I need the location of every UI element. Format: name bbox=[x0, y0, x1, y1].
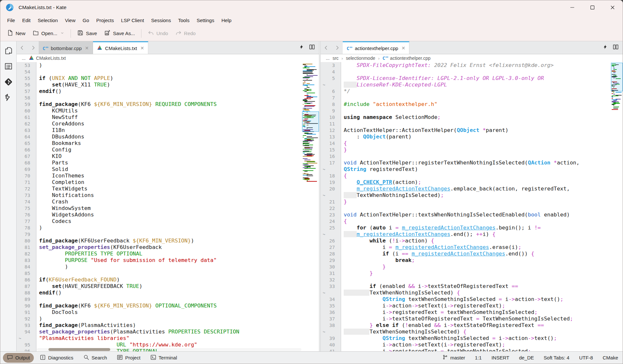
code-line[interactable]: 40 i->action->setText(i->registeredText)… bbox=[321, 342, 623, 348]
close-button[interactable] bbox=[603, 0, 623, 15]
right-editor[interactable]: 3 SPDX-FileCopyrightText: 2022 Felix Ern… bbox=[321, 62, 623, 351]
code-line[interactable]: 29 break; bbox=[321, 257, 623, 264]
code-line[interactable]: 81set_package_properties(KF6UserFeedback bbox=[17, 244, 319, 251]
menu-item-lsp-client[interactable]: LSP Client bbox=[117, 16, 148, 24]
code-line[interactable]: 36 i->registeredText = textWhenSomething… bbox=[321, 309, 623, 316]
code-line[interactable]: 59find_package(KF6 ${KF6_MIN_VERSION} RE… bbox=[17, 101, 319, 108]
code-line[interactable]: 20 m_registeredActionTextChanges.emplace… bbox=[321, 186, 623, 192]
code-line[interactable]: 15} bbox=[321, 147, 623, 153]
git-icon[interactable] bbox=[4, 78, 13, 86]
code-line[interactable]: ↪ TextWhenNothingIsSelected); bbox=[321, 192, 623, 199]
code-line[interactable]: 74 Crash bbox=[17, 199, 319, 205]
maximize-button[interactable] bbox=[582, 0, 603, 15]
code-line[interactable]: 14{ bbox=[321, 140, 623, 147]
tab-bottombar-cpp[interactable]: C++bottombar.cpp✕ bbox=[39, 41, 93, 54]
code-line[interactable]: 93find_package(PlasmaActivities) bbox=[17, 322, 319, 329]
save-button[interactable]: Save bbox=[74, 28, 100, 39]
statusbar-diagnostics-button[interactable]: Diagnostics bbox=[36, 353, 77, 363]
statusbar-1-1-item[interactable]: 1:1 bbox=[475, 355, 482, 360]
code-line[interactable]: ↪QString registeredText) bbox=[321, 166, 623, 173]
save-as-button[interactable]: Save As... bbox=[101, 28, 138, 39]
code-line[interactable]: 95 URL "https://www.kde.org" bbox=[17, 342, 319, 348]
code-line[interactable]: 18{ bbox=[321, 173, 623, 179]
left-hscroll-thumb[interactable] bbox=[48, 348, 110, 351]
statusbar-output-button[interactable]: Output bbox=[3, 353, 34, 363]
code-line[interactable]: 23void ActionTextHelper::textsWhenNothin… bbox=[321, 212, 623, 218]
code-line[interactable]: 86if(KF6UserFeedback_FOUND) bbox=[17, 277, 319, 283]
quick-open-bolt-icon[interactable] bbox=[603, 44, 608, 51]
statusbar-de-de-item[interactable]: de_DE bbox=[519, 355, 534, 360]
code-line[interactable]: ↪ m_registeredActionTextChanges.end(); +… bbox=[321, 231, 623, 238]
code-line[interactable]: 30 } bbox=[321, 264, 623, 270]
code-line[interactable]: ↪ LicenseRef-KDE-Accepted-LGPL bbox=[321, 82, 623, 88]
menu-item-go[interactable]: Go bbox=[79, 16, 93, 24]
code-line[interactable]: 9 bbox=[321, 108, 623, 114]
breadcrumb-item-src[interactable]: src bbox=[333, 56, 339, 61]
code-line[interactable]: 12ActionTextHelper::ActionTextHelper(QOb… bbox=[321, 127, 623, 134]
code-line[interactable]: 32 bbox=[321, 277, 623, 283]
left-editor[interactable]: 53)5455if (UNIX AND NOT APPLE)56 set(HAV… bbox=[17, 62, 319, 351]
code-line[interactable]: 35 i->action->setText(i->registeredText)… bbox=[321, 303, 623, 309]
code-line[interactable]: 70 IconThemes bbox=[17, 173, 319, 179]
code-line[interactable]: 56 set(HAVE_X11 TRUE) bbox=[17, 82, 319, 88]
external-tools-icon[interactable] bbox=[4, 93, 13, 102]
code-line[interactable]: 76 WidgetsAddons bbox=[17, 212, 319, 218]
code-line[interactable]: 89 bbox=[17, 296, 319, 303]
code-line[interactable]: 28 if (i == m_registeredActionTextChange… bbox=[321, 251, 623, 257]
code-line[interactable]: 60 KCMUtils bbox=[17, 108, 319, 114]
code-line[interactable]: ↪ TextWhenSomethingIsSelected) { bbox=[321, 329, 623, 335]
minimap-viewport[interactable] bbox=[611, 63, 623, 91]
code-line[interactable]: 58 bbox=[17, 95, 319, 101]
code-line[interactable]: 17void ActionTextHelper::registerTextWhe… bbox=[321, 160, 623, 166]
nav-forward-button[interactable] bbox=[28, 41, 39, 54]
statusbar-cmake-item[interactable]: CMake bbox=[603, 355, 618, 360]
code-line[interactable]: 37 i->textStateOfRegisteredText = TextWh… bbox=[321, 316, 623, 322]
code-line[interactable]: 11 bbox=[321, 121, 623, 127]
code-line[interactable]: 26 while (!i->action) { bbox=[321, 238, 623, 244]
quick-open-bolt-icon[interactable] bbox=[299, 44, 304, 51]
code-line[interactable]: 79 bbox=[17, 231, 319, 238]
code-line[interactable]: 31 } bbox=[321, 270, 623, 277]
menu-item-selection[interactable]: Selection bbox=[34, 16, 61, 24]
right-minimap[interactable] bbox=[611, 62, 623, 351]
code-line[interactable]: ↪ TextWhenNothingIsSelected) { bbox=[321, 290, 623, 296]
statusbar-search-button[interactable]: Search bbox=[79, 353, 111, 363]
open-button[interactable]: Open... bbox=[29, 28, 68, 39]
code-line[interactable]: 55if (UNIX AND NOT APPLE) bbox=[17, 75, 319, 82]
code-line[interactable]: 75 WindowSystem bbox=[17, 205, 319, 212]
code-line[interactable]: 94set_package_properties(PlasmaActivitie… bbox=[17, 329, 319, 335]
code-line[interactable]: 83 PURPOSE "Used for submission of telem… bbox=[17, 257, 319, 264]
code-line[interactable]: 39 QString textWhenNothingIsSelected = i… bbox=[321, 335, 623, 342]
code-line[interactable]: 8#include "actiontexthelper.h" bbox=[321, 101, 623, 108]
code-line[interactable]: 78) bbox=[17, 225, 319, 231]
menu-item-tools[interactable]: Tools bbox=[175, 16, 193, 24]
code-line[interactable]: 5 SPDX-License-Identifier: LGPL-2.1-only… bbox=[321, 75, 623, 82]
breadcrumb-item--[interactable]: ... bbox=[22, 56, 26, 61]
new-button[interactable]: New bbox=[4, 28, 29, 39]
left-minimap[interactable] bbox=[302, 62, 319, 351]
code-line[interactable]: 71 Completion bbox=[17, 179, 319, 186]
code-line[interactable]: 38 } else if (!enabled && i->textStateOf… bbox=[321, 322, 623, 329]
code-line[interactable]: ↪"PlasmaActivities libraries" bbox=[17, 335, 319, 342]
tab-close-icon[interactable]: ✕ bbox=[84, 46, 89, 51]
tab-close-icon[interactable]: ✕ bbox=[139, 46, 144, 51]
code-line[interactable]: 69 Solid bbox=[17, 166, 319, 173]
statusbar-master-item[interactable]: master bbox=[442, 354, 465, 361]
code-line[interactable]: 73 Notifications bbox=[17, 192, 319, 199]
code-line[interactable]: 13 : QObject(parent) bbox=[321, 134, 623, 140]
split-view-icon[interactable] bbox=[613, 44, 619, 51]
menu-item-edit[interactable]: Edit bbox=[19, 16, 34, 24]
code-line[interactable]: 67 KIO bbox=[17, 153, 319, 160]
statusbar-terminal-button[interactable]: Terminal bbox=[146, 353, 181, 363]
menu-item-view[interactable]: View bbox=[61, 16, 79, 24]
code-line[interactable]: 62 CoreAddons bbox=[17, 121, 319, 127]
statusbar-project-button[interactable]: Project bbox=[113, 353, 144, 363]
code-line[interactable]: 90find_package(KF6 ${KF6_MIN_VERSION} OP… bbox=[17, 303, 319, 309]
code-line[interactable]: 27 i = m_registeredActionTextChanges.era… bbox=[321, 244, 623, 251]
tab-actiontexthelper-cpp[interactable]: C++actiontexthelper.cpp✕ bbox=[343, 41, 409, 54]
breadcrumb-item-CMakeLists-txt[interactable]: CMakeLists.txt bbox=[29, 55, 66, 61]
menu-item-file[interactable]: File bbox=[4, 16, 19, 24]
code-line[interactable]: 6*/ bbox=[321, 88, 623, 95]
tab-close-icon[interactable]: ✕ bbox=[401, 46, 405, 51]
project-list-icon[interactable] bbox=[4, 62, 13, 71]
